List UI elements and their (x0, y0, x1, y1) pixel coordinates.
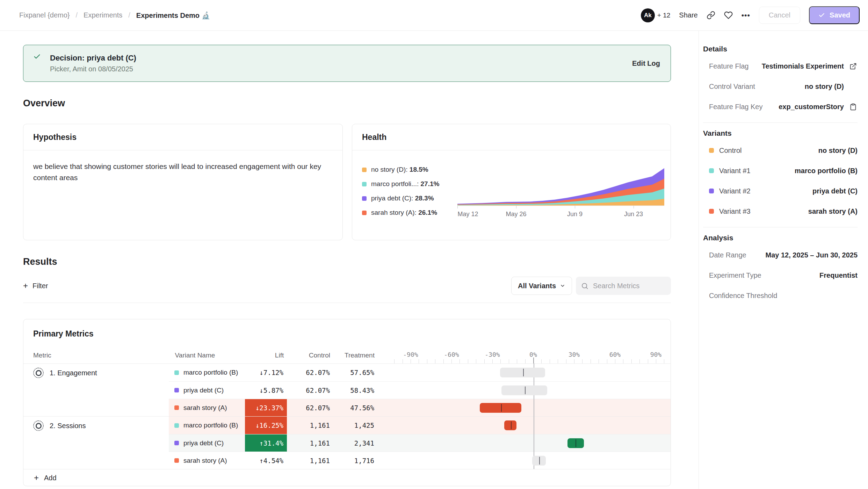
metric-rows: marco portfolio (B)↓7.12%62.07%57.65%pri… (169, 364, 671, 416)
share-button[interactable]: Share (679, 11, 697, 19)
plus-icon: + (23, 282, 28, 290)
confidence-interval-bar (480, 403, 521, 413)
results-heading: Results (23, 256, 671, 267)
ci-marker (525, 387, 526, 394)
variant-name: sarah story (A) (183, 404, 227, 412)
health-chart[interactable]: May 12May 26Jun 9Jun 23 (457, 157, 664, 218)
more-options-icon[interactable]: ••• (742, 11, 750, 20)
ruler-tick (550, 359, 550, 363)
variant-swatch (174, 370, 179, 375)
variant-row-1: Variant #1marco portfolio (B) (703, 161, 858, 181)
favorite-heart-icon[interactable] (724, 11, 733, 20)
variant-color-swatch (709, 209, 714, 214)
treatment-value: 1,716 (331, 457, 374, 465)
saved-button[interactable]: Saved (809, 6, 860, 24)
hypothesis-title: Hypothesis (23, 124, 342, 150)
hypothesis-body[interactable]: we believe that showing customer stories… (23, 150, 342, 194)
saved-button-label: Saved (830, 11, 850, 19)
health-chart-x-axis: May 12May 26Jun 9Jun 23 (457, 208, 664, 218)
table-row[interactable]: marco portfolio (B)↓7.12%62.07%57.65% (169, 364, 671, 381)
ci-cell (388, 434, 671, 452)
zero-baseline (534, 363, 534, 469)
variant-filter-dropdown[interactable]: All Variants (511, 277, 572, 295)
breadcrumb-item-1[interactable]: Experiments (84, 11, 122, 19)
external-link-icon[interactable] (848, 63, 858, 70)
table-row[interactable]: priya debt (C)↓5.87%62.07%58.43% (169, 381, 671, 399)
analysis-heading: Analysis (703, 234, 858, 242)
add-filter-button[interactable]: + Filter (23, 282, 48, 290)
metric-group-0: 1. Engagementmarco portfolio (B)↓7.12%62… (23, 363, 671, 416)
variant-color-swatch (709, 189, 714, 193)
decision-check-icon (33, 53, 41, 61)
control-value: 1,161 (287, 457, 331, 465)
ruler-tick (558, 359, 558, 363)
table-row[interactable]: sarah story (A)↓23.37%62.07%47.56% (169, 399, 671, 416)
legend-item-0[interactable]: no story (D): 18.5% (362, 166, 454, 173)
treatment-value: 58.43% (331, 387, 374, 394)
analysis-section: Date RangeMay 12, 2025 – Jun 30, 2025Exp… (703, 245, 858, 306)
legend-item-1[interactable]: marco portfoli...: 27.1% (362, 180, 454, 188)
control-value: 62.07% (287, 404, 331, 412)
search-metrics-input[interactable] (592, 282, 666, 290)
sidebar-divider (703, 122, 858, 123)
lift-value: ↑31.4% (245, 434, 287, 452)
lift-text: ↓7.12% (259, 369, 283, 376)
ruler-tick (623, 359, 623, 363)
variant-slot-label: Variant #2 (719, 187, 751, 195)
ci-cell (388, 382, 671, 399)
ci-cell (388, 452, 671, 469)
breadcrumb-separator: / (76, 11, 78, 19)
col-control: Control (287, 352, 331, 359)
collaborators-count: + 12 (657, 12, 671, 19)
variant-filter-label: All Variants (518, 282, 556, 290)
ruler-tick (427, 359, 427, 363)
table-row[interactable]: marco portfolio (B)↓16.25%1,1611,425 (169, 417, 671, 434)
detail-label: Control Variant (709, 83, 755, 91)
control-value: 1,161 (287, 439, 331, 447)
ruler-tick (639, 359, 640, 363)
metric-name: 1. Engagement (50, 369, 97, 377)
ruler-tick (451, 359, 452, 363)
details-row-2: Feature Flag Keyexp_customerStory (703, 97, 858, 117)
metric-rows: marco portfolio (B)↓16.25%1,1611,425priy… (169, 417, 671, 469)
ruler-tick (411, 359, 411, 363)
ci-marker (576, 439, 576, 447)
ruler-tick (541, 359, 542, 363)
ruler-tick (394, 359, 395, 363)
table-row[interactable]: sarah story (A)↑4.54%1,1611,716 (169, 452, 671, 469)
collaborators: Ak + 12 (641, 8, 671, 22)
analysis-row-1: Experiment TypeFrequentist (703, 265, 858, 285)
cancel-button[interactable]: Cancel (759, 7, 800, 24)
copy-link-icon[interactable] (707, 11, 715, 20)
detail-value[interactable]: Testimonials Experiment (762, 62, 844, 70)
metric-cell[interactable]: 2. Sessions (23, 417, 169, 469)
control-value: 62.07% (287, 387, 331, 394)
breadcrumb-item-0[interactable]: Fixpanel {demo} (19, 11, 70, 19)
metric-cell[interactable]: 1. Engagement (23, 364, 169, 416)
metric-icon (33, 420, 44, 431)
treatment-value: 1,425 (331, 421, 374, 429)
ruler-tick (664, 359, 664, 363)
control-value: 1,161 (287, 421, 331, 429)
plus-icon: + (34, 474, 39, 482)
lift-value: ↓23.37% (245, 399, 287, 416)
avatar[interactable]: Ak (641, 8, 655, 22)
breadcrumb-separator: / (128, 11, 130, 19)
legend-item-3[interactable]: sarah story (A): 26.1% (362, 209, 454, 217)
sidebar-divider (703, 227, 858, 227)
legend-item-2[interactable]: priya debt (C): 28.3% (362, 194, 454, 202)
copy-icon[interactable] (848, 103, 858, 111)
variant-slot-label: Variant #3 (719, 207, 751, 215)
edit-log-button[interactable]: Edit Log (632, 59, 660, 68)
x-tick-label-3: Jun 23 (624, 211, 643, 218)
table-row[interactable]: priya debt (C)↑31.4%1,1612,341 (169, 434, 671, 452)
ruler-tick (492, 359, 493, 363)
analysis-label: Date Range (709, 251, 746, 259)
add-metric-button[interactable]: + Add (23, 469, 671, 486)
analysis-row-0: Date RangeMay 12, 2025 – Jun 30, 2025 (703, 245, 858, 265)
col-metric: Metric (23, 352, 169, 359)
main-panel: Decision: priya debt (C) Picker, Amit on… (0, 31, 699, 489)
health-card: Health no story (D): 18.5%marco portfoli… (352, 124, 671, 240)
ruler-tick (582, 359, 583, 363)
lift-value: ↑4.54% (245, 452, 287, 469)
